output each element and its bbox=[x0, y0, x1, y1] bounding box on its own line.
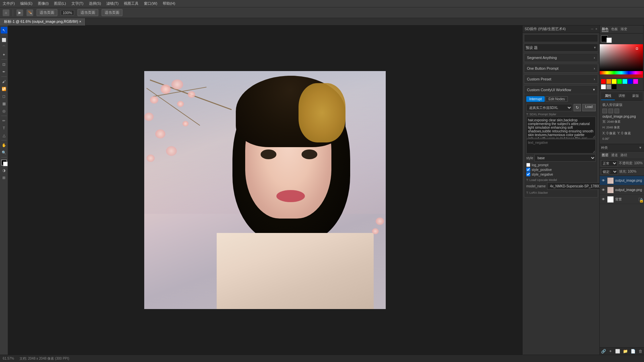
layer-item-0[interactable]: 👁 output_image.png bbox=[600, 176, 644, 185]
tool-clone[interactable]: 🔁 bbox=[1, 85, 7, 92]
sd-refresh-btn[interactable]: ↻ bbox=[574, 104, 581, 111]
tool-move[interactable]: ↖ bbox=[1, 27, 7, 34]
swatch-yellow[interactable] bbox=[612, 79, 616, 84]
tool-eraser[interactable]: ◻ bbox=[1, 93, 7, 100]
prop-icon-1[interactable] bbox=[602, 109, 607, 113]
tool-marquee[interactable]: ⬜ bbox=[1, 37, 7, 43]
tool-select-icon[interactable]: ▶ bbox=[16, 9, 23, 16]
sd-workflow-select[interactable]: 超真实工作流SDXL bbox=[526, 104, 572, 111]
swatch-magenta[interactable] bbox=[633, 79, 638, 84]
prop-tab-adjust[interactable]: 调整 bbox=[615, 92, 629, 100]
menu-file[interactable]: 文件(F) bbox=[3, 1, 15, 6]
blend-mode-select[interactable]: 正常 bbox=[601, 160, 618, 166]
layer-1-eye[interactable]: 👁 bbox=[602, 188, 606, 192]
swatch-white[interactable] bbox=[601, 84, 606, 89]
swatch-cyan[interactable] bbox=[623, 79, 627, 84]
prop-tab-mask[interactable]: 蒙版 bbox=[629, 92, 643, 100]
swatch-tab[interactable]: 色板 bbox=[611, 27, 618, 32]
tool-gradient[interactable]: ▦ bbox=[1, 100, 7, 107]
foreground-color[interactable] bbox=[1, 160, 7, 166]
feather-icon[interactable]: 🪶 bbox=[26, 9, 33, 16]
content-aware-btn[interactable]: 适当页面 bbox=[37, 9, 57, 16]
layers-filter-icon[interactable]: ▼ bbox=[639, 146, 643, 150]
sd-interrupt-tab[interactable]: Interrupt bbox=[526, 96, 545, 102]
link-layers-btn[interactable]: 🔗 bbox=[601, 349, 606, 354]
menu-select[interactable]: 选择(S) bbox=[89, 1, 101, 6]
opacity-bar[interactable] bbox=[600, 74, 643, 78]
tool-screen-mode[interactable]: ⊞ bbox=[1, 174, 7, 181]
prop-tab-attrs[interactable]: 属性 bbox=[601, 92, 615, 100]
tool-lasso[interactable]: ⌒ bbox=[1, 44, 7, 51]
sd-log-prompt-checkbox[interactable] bbox=[526, 163, 530, 167]
menu-filter[interactable]: 滤镜(T) bbox=[106, 1, 118, 6]
menu-edit[interactable]: 编辑(E) bbox=[20, 1, 33, 6]
tool-crop[interactable]: ⊡ bbox=[1, 61, 7, 68]
delete-layer-btn[interactable]: 🗑 bbox=[639, 349, 643, 354]
tool-shape[interactable]: △ bbox=[1, 132, 7, 139]
swatch-orange[interactable] bbox=[606, 79, 611, 84]
gradient-tab[interactable]: 渐变 bbox=[621, 27, 627, 32]
sd-negative-prompt[interactable] bbox=[526, 139, 596, 154]
sd-search-input[interactable] bbox=[524, 34, 598, 42]
menu-help[interactable]: 帮助(H) bbox=[163, 1, 175, 6]
color-tab[interactable]: 颜色 bbox=[602, 27, 608, 32]
fit-page-btn2[interactable]: 适当页面 bbox=[102, 9, 122, 16]
hue-bar[interactable] bbox=[600, 71, 643, 74]
paths-tab[interactable]: 路径 bbox=[621, 153, 627, 158]
prop-icon-3[interactable] bbox=[614, 109, 619, 113]
swatch-green[interactable] bbox=[617, 79, 622, 84]
fit-page-btn[interactable]: 适当页面 bbox=[77, 9, 98, 16]
swatch-red[interactable] bbox=[601, 79, 606, 84]
menu-text[interactable]: 文字(T) bbox=[71, 1, 84, 6]
tool-blur[interactable]: ◎ bbox=[1, 108, 7, 114]
sd-segment-header[interactable]: Segment Anything › bbox=[524, 53, 598, 62]
sd-panel-min-icon[interactable]: ─ bbox=[591, 27, 593, 31]
sd-style-positive-checkbox[interactable] bbox=[526, 168, 530, 172]
layer-2-eye[interactable]: 👁 bbox=[602, 197, 606, 201]
tool-eyedropper[interactable]: ✒ bbox=[1, 68, 7, 75]
menu-image[interactable]: 图像(I) bbox=[38, 1, 49, 6]
tool-text[interactable]: T bbox=[1, 125, 7, 131]
sd-load-btn[interactable]: Load bbox=[582, 104, 596, 111]
sd-model-select[interactable]: 4x_NMKD-Superscale-SP_17800... bbox=[547, 182, 599, 190]
zoom-input[interactable] bbox=[61, 10, 74, 15]
channels-tab[interactable]: 通道 bbox=[611, 153, 618, 158]
document-tab[interactable]: 标标-1 @ 61.6% (output_image.png,RGB/8#) × bbox=[0, 18, 86, 25]
menu-layer[interactable]: 图层(L) bbox=[54, 1, 66, 6]
sd-one-button-header[interactable]: One Button Prompt › bbox=[524, 64, 598, 73]
sd-style-negative-checkbox[interactable] bbox=[526, 172, 530, 176]
menu-view-tools[interactable]: 视图工具 bbox=[124, 1, 139, 6]
menu-window[interactable]: 窗口(W) bbox=[144, 1, 157, 6]
tool-mask-mode[interactable]: ◑ bbox=[1, 167, 7, 174]
add-style-btn[interactable]: ✦ bbox=[609, 349, 612, 354]
sd-positive-prompt[interactable]: hair,exposing clear skin,backdrop comple… bbox=[526, 117, 596, 138]
tool-magic-wand[interactable]: ✦ bbox=[1, 51, 7, 58]
prop-icon-2[interactable] bbox=[608, 109, 613, 113]
layer-item-1[interactable]: 👁 output_image.png bbox=[600, 185, 644, 195]
tool-hand[interactable]: ✋ bbox=[1, 142, 7, 148]
tool-pen[interactable]: ✏ bbox=[1, 117, 7, 124]
background-color[interactable] bbox=[3, 162, 8, 166]
sd-custom-preset-header[interactable]: Custom Preset › bbox=[524, 75, 598, 83]
tool-zoom[interactable]: 🔍 bbox=[1, 149, 7, 156]
sd-comfyui-header[interactable]: Custom ComfyUI Workflow ▾ bbox=[524, 85, 598, 94]
sd-style-select[interactable]: base bbox=[534, 154, 595, 162]
color-gradient-picker[interactable] bbox=[600, 44, 643, 71]
canvas-area[interactable] bbox=[8, 25, 522, 355]
layer-item-2[interactable]: 👁 背景 🔒 bbox=[600, 195, 644, 204]
add-mask-btn[interactable]: ⬜ bbox=[615, 349, 620, 354]
new-group-btn[interactable]: 📁 bbox=[623, 349, 628, 354]
background-swatch[interactable] bbox=[606, 38, 612, 43]
swatch-black[interactable] bbox=[612, 84, 616, 89]
layers-tab[interactable]: 图层 bbox=[602, 153, 608, 158]
new-layer-btn[interactable]: 📄 bbox=[631, 349, 636, 354]
swatch-blue[interactable] bbox=[628, 79, 633, 84]
tool-brush[interactable]: 🖌 bbox=[1, 78, 7, 85]
swatch-gray[interactable] bbox=[606, 84, 611, 89]
sd-preset-dropdown[interactable]: 预设 题 ▼ bbox=[524, 44, 598, 52]
fill-select[interactable]: 锁定: bbox=[601, 169, 618, 175]
layer-0-eye[interactable]: 👁 bbox=[602, 179, 606, 183]
sd-edit-nodes-tab[interactable]: Edit Nodes bbox=[545, 96, 568, 102]
home-icon[interactable]: ⌂ bbox=[3, 9, 9, 16]
sd-panel-close-icon[interactable]: × bbox=[595, 27, 597, 31]
